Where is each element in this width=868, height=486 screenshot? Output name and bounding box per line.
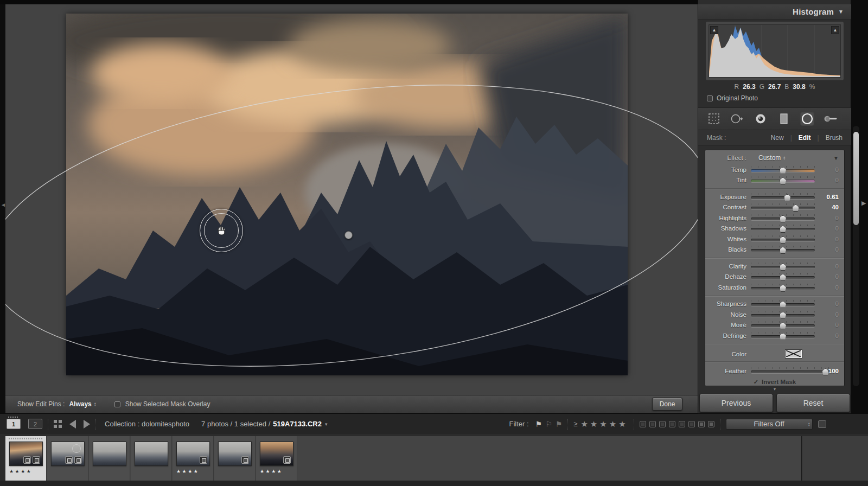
- preset-spinner-icon[interactable]: ▴▾: [783, 156, 785, 160]
- saturation-slider[interactable]: [751, 284, 815, 291]
- filters-off-select[interactable]: Filters Off ▴▾: [726, 419, 813, 430]
- sharpness-slider[interactable]: [751, 300, 815, 308]
- slider-knob[interactable]: [780, 226, 787, 233]
- flag-reject-icon[interactable]: ⚑: [556, 420, 563, 429]
- effect-collapse-icon[interactable]: ▼: [833, 155, 839, 161]
- adjustment-brush-icon[interactable]: [824, 112, 838, 126]
- filmstrip-thumbnail-4[interactable]: [131, 436, 172, 481]
- thumbnail-image[interactable]: [218, 442, 252, 466]
- thumbnail-image[interactable]: [260, 442, 293, 466]
- slider-knob[interactable]: [780, 264, 787, 271]
- color-label-square[interactable]: [688, 421, 695, 427]
- rating-stars[interactable]: ★★★★★: [580, 419, 628, 429]
- copy-badge-icon[interactable]: [200, 456, 207, 464]
- collapse-triangle-icon[interactable]: ▼: [838, 9, 844, 15]
- histogram-header[interactable]: Histogram ▼: [698, 4, 851, 20]
- slider-knob[interactable]: [792, 204, 799, 212]
- thumbnail-stars[interactable]: ★★★★: [260, 469, 283, 474]
- radial-filter-pin[interactable]: [344, 231, 353, 239]
- color-label-square[interactable]: [679, 421, 685, 427]
- slider-knob[interactable]: [780, 177, 787, 184]
- thumbnail-image[interactable]: [176, 442, 210, 466]
- slider-knob[interactable]: [780, 322, 787, 329]
- main-window-button[interactable]: 1: [7, 419, 21, 429]
- color-label-square[interactable]: [708, 421, 714, 427]
- previous-button[interactable]: Previous: [699, 394, 773, 412]
- flag-unflagged-icon[interactable]: ⚐: [545, 420, 552, 429]
- shadows-slider[interactable]: [751, 225, 815, 232]
- tint-slider[interactable]: [751, 176, 815, 184]
- slider-knob[interactable]: [780, 274, 787, 281]
- exposure-slider[interactable]: [751, 193, 815, 201]
- filmstrip-thumbnail-3[interactable]: [89, 436, 130, 481]
- filter-toggle-box[interactable]: [818, 420, 826, 428]
- radial-filter-pin-hovered[interactable]: [200, 209, 243, 252]
- mask-brush-button[interactable]: Brush: [819, 134, 851, 142]
- reset-button[interactable]: Reset: [776, 394, 850, 412]
- right-panel-arrow-icon[interactable]: ▶: [861, 200, 866, 207]
- filmstrip-thumbnail-5[interactable]: ★★★★: [173, 436, 214, 481]
- effect-preset-select[interactable]: Custom: [758, 154, 781, 162]
- thumbnail-image[interactable]: [93, 442, 126, 466]
- slider-knob[interactable]: [784, 194, 791, 201]
- edit-pins-spinner-icon[interactable]: ▴▾: [94, 402, 96, 406]
- slider-knob[interactable]: [780, 247, 787, 254]
- slider-knob[interactable]: [780, 167, 787, 174]
- slider-knob[interactable]: [780, 312, 787, 319]
- temp-slider[interactable]: [751, 166, 815, 174]
- photo-preview[interactable]: [66, 14, 628, 375]
- selected-filename[interactable]: 519A7133.CR2: [273, 420, 322, 428]
- copy-badge-icon[interactable]: [283, 456, 291, 464]
- slider-knob[interactable]: [780, 285, 787, 292]
- adjustment-badge-icon[interactable]: [23, 456, 31, 464]
- clarity-slider[interactable]: [751, 263, 815, 270]
- grid-view-icon[interactable]: [54, 420, 62, 428]
- thumbnail-image[interactable]: [9, 442, 43, 466]
- color-label-square[interactable]: [698, 421, 705, 427]
- filename-dropdown-icon[interactable]: ▾: [325, 421, 328, 427]
- filmstrip-thumbnail-1[interactable]: ★★★★: [5, 436, 47, 481]
- adjustment-badge-icon[interactable]: [65, 456, 73, 464]
- moire-slider[interactable]: [751, 321, 815, 329]
- mask-new-button[interactable]: New: [764, 134, 790, 142]
- highlights-slider[interactable]: [751, 214, 815, 222]
- mask-overlay-checkbox[interactable]: [114, 401, 120, 407]
- slider-knob[interactable]: [780, 333, 787, 340]
- copy-badge-icon[interactable]: [74, 456, 82, 464]
- panel-scroll-caret-icon[interactable]: ▾: [698, 387, 851, 392]
- highlight-clipping-icon[interactable]: ▲: [831, 26, 839, 34]
- radial-filter-icon[interactable]: [800, 112, 814, 126]
- whites-slider[interactable]: [751, 235, 815, 243]
- filmstrip-thumbnail-2[interactable]: [47, 436, 88, 481]
- slider-knob[interactable]: [780, 236, 787, 244]
- mask-edit-button[interactable]: Edit: [792, 134, 818, 142]
- dehaze-slider[interactable]: [751, 273, 815, 280]
- color-swatch[interactable]: [786, 350, 802, 358]
- feather-slider[interactable]: [751, 367, 831, 375]
- left-panel-collapsed[interactable]: [0, 4, 5, 413]
- edit-pins-mode-select[interactable]: Always: [69, 400, 91, 408]
- done-button[interactable]: Done: [652, 398, 682, 411]
- thumbnail-image[interactable]: [51, 442, 85, 466]
- rating-ge[interactable]: ≥: [573, 420, 577, 428]
- color-label-square[interactable]: [640, 421, 646, 427]
- thumbnail-stars[interactable]: ★★★★: [9, 469, 32, 474]
- thumbnail-stars[interactable]: ★★★★: [176, 469, 199, 474]
- histogram-plot[interactable]: ▲ ▲: [709, 24, 841, 78]
- color-label-square[interactable]: [659, 421, 666, 427]
- shadow-clipping-icon[interactable]: ▲: [710, 26, 718, 34]
- spot-removal-icon[interactable]: [730, 112, 744, 126]
- noise-slider[interactable]: [751, 311, 815, 318]
- defringe-slider[interactable]: [751, 332, 815, 340]
- filmstrip-thumbnail-6[interactable]: [214, 436, 256, 481]
- thumbnail-image[interactable]: [135, 442, 168, 466]
- color-label-square[interactable]: [669, 421, 675, 427]
- slider-knob[interactable]: [780, 215, 787, 222]
- second-window-button[interactable]: 2: [28, 419, 42, 429]
- blacks-slider[interactable]: [751, 246, 815, 253]
- filmstrip-thumbnail-7[interactable]: ★★★★: [256, 436, 297, 481]
- invert-mask-row[interactable]: ✓ Invert Mask: [705, 379, 844, 385]
- flag-pick-icon[interactable]: ⚑: [535, 420, 542, 429]
- slider-knob[interactable]: [780, 301, 787, 308]
- collection-breadcrumb[interactable]: Collection : dolomitesphoto: [105, 420, 189, 428]
